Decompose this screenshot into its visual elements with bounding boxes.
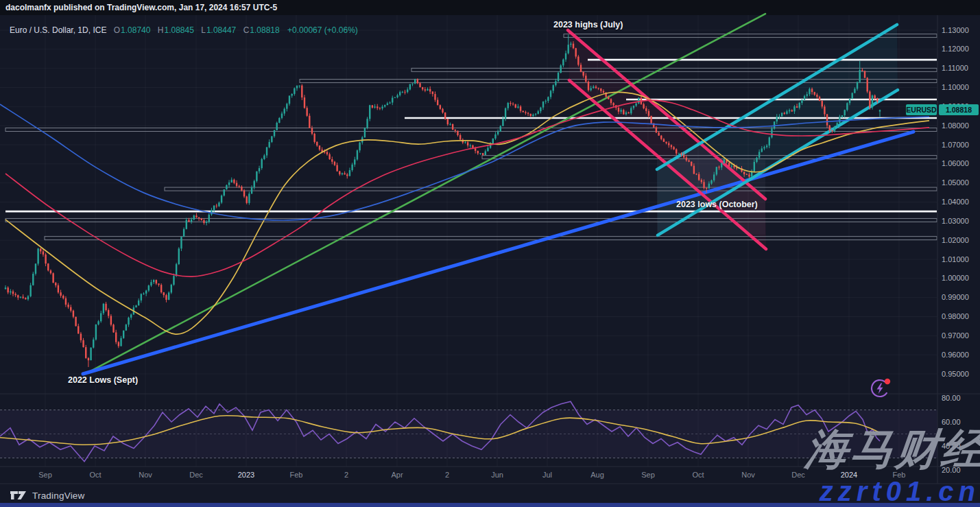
lightning-bolt-icon bbox=[877, 384, 883, 394]
price-tick-label: 1.11000 bbox=[942, 64, 968, 72]
price-tick-label: 0.97000 bbox=[942, 331, 969, 340]
price-tick-label: 0.99000 bbox=[942, 293, 969, 301]
resistance-band bbox=[5, 128, 937, 132]
month-label[interactable]: Dec bbox=[189, 471, 203, 479]
price-tick-label: 1.10000 bbox=[942, 83, 969, 91]
open-value: 1.08740 bbox=[121, 25, 150, 35]
rsi-tick-label: 80.00 bbox=[942, 394, 961, 402]
month-label[interactable]: 2 bbox=[344, 471, 348, 479]
month-label[interactable]: Nov bbox=[741, 471, 755, 479]
last-price-symbol-tag: EURUSD bbox=[906, 104, 937, 115]
high-label: H bbox=[158, 25, 164, 35]
price-tick-label: 1.06000 bbox=[942, 159, 969, 167]
price-tick-label: 1.00000 bbox=[942, 274, 969, 282]
price-tick-label: 1.02000 bbox=[942, 236, 969, 244]
price-tick-label: 0.98000 bbox=[942, 312, 969, 320]
resistance-band bbox=[45, 237, 937, 240]
footer-bar: TradingView bbox=[10, 489, 85, 502]
price-tick-label: 0.95000 bbox=[942, 370, 969, 378]
rsi-pane bbox=[0, 401, 937, 462]
price-tick-label: 1.01000 bbox=[942, 255, 969, 263]
price-tick-label: 1.04000 bbox=[942, 198, 969, 206]
resistance-band bbox=[5, 218, 937, 222]
blue-major-uptrend bbox=[83, 132, 913, 374]
main-pane bbox=[568, 25, 898, 249]
resistance-band bbox=[165, 187, 937, 191]
month-label[interactable]: Jun bbox=[491, 471, 503, 479]
price-tick-label: 1.03000 bbox=[942, 217, 969, 225]
high-value: 1.08845 bbox=[164, 25, 193, 35]
month-label[interactable]: Oct bbox=[89, 471, 101, 479]
month-label[interactable]: 2 bbox=[445, 471, 449, 479]
low-label: L bbox=[201, 25, 206, 35]
month-label[interactable]: Aug bbox=[590, 471, 604, 479]
month-label[interactable]: Jul bbox=[542, 471, 552, 479]
close-label: C bbox=[243, 25, 250, 35]
tradingview-published-chart: dacolmanfx published on TradingView.com,… bbox=[0, 0, 980, 507]
price-axis-labels: 1.130001.120001.110001.100001.090001.080… bbox=[942, 26, 969, 474]
open-label: O bbox=[114, 25, 120, 35]
annotation-2023-lows: 2023 lows (October) bbox=[676, 200, 758, 209]
time-axis-labels: SepOctNovDec2023Feb2Apr2JunJulAugSepOctN… bbox=[38, 471, 905, 479]
month-label[interactable]: Feb bbox=[290, 471, 303, 479]
symbol-info-row: Euro / U.S. Dollar, 1D, ICE O1.08740 H1.… bbox=[10, 25, 358, 35]
year-label[interactable]: 2023 bbox=[238, 471, 254, 479]
watermark-site: zzrt01.cn bbox=[820, 476, 980, 507]
flash-reaction-icon[interactable] bbox=[868, 376, 893, 401]
price-tick-label: 0.96000 bbox=[942, 351, 969, 359]
month-label[interactable]: Oct bbox=[692, 471, 704, 479]
low-value: 1.08447 bbox=[206, 25, 236, 35]
close-value: 1.08818 bbox=[250, 25, 279, 35]
price-tick-label: 1.13000 bbox=[942, 26, 969, 34]
resistance-band bbox=[411, 68, 937, 71]
resistance-band bbox=[482, 156, 937, 159]
symbol-title: Euro / U.S. Dollar, 1D, ICE bbox=[10, 25, 106, 35]
watermark-cn: 海马财经 bbox=[803, 421, 980, 478]
month-label[interactable]: Sep bbox=[641, 471, 655, 479]
resistance-band bbox=[300, 80, 937, 83]
price-tick-label: 1.07000 bbox=[942, 141, 969, 149]
change-value: +0.00067 (+0.06%) bbox=[287, 25, 358, 35]
last-price-value-tag: 1.08818 bbox=[939, 104, 979, 115]
month-label[interactable]: Sep bbox=[38, 471, 52, 479]
annotation-2022-lows: 2022 Lows (Sept) bbox=[68, 375, 138, 385]
tradingview-wordmark[interactable]: TradingView bbox=[32, 491, 85, 501]
trendlines bbox=[83, 14, 913, 374]
price-tick-label: 1.12000 bbox=[942, 45, 969, 53]
month-label[interactable]: Apr bbox=[391, 471, 403, 479]
notification-dot bbox=[885, 379, 890, 384]
tradingview-logo-icon[interactable] bbox=[10, 489, 27, 502]
month-label[interactable]: Nov bbox=[139, 471, 152, 479]
price-tick-label: 1.05000 bbox=[942, 178, 969, 187]
price-tick-label: 1.08000 bbox=[942, 121, 969, 130]
annotation-2023-highs: 2023 highs (July) bbox=[553, 20, 623, 30]
